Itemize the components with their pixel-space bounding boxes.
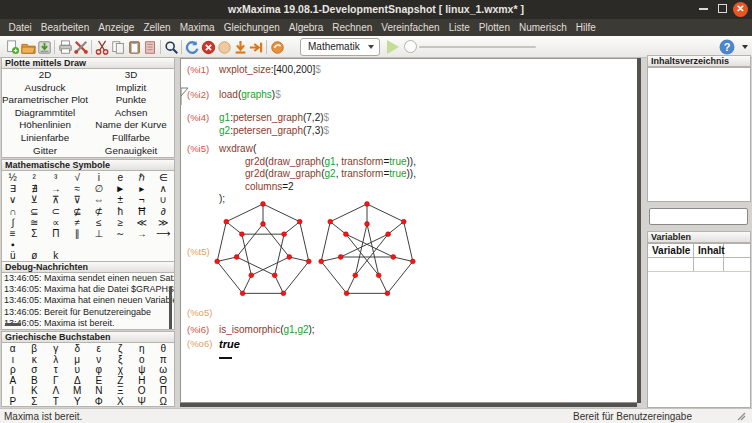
math-symbol[interactable]: ∄ [24,183,46,194]
menu-item[interactable]: Liste [444,22,474,33]
animation-slider-handle[interactable] [404,40,417,53]
draw-button[interactable]: Parametrischer Plot [2,94,88,107]
greek-letter[interactable]: Σ [24,397,46,407]
cell-body[interactable]: load(graphs)$ [219,89,281,102]
configure-icon[interactable] [74,40,89,55]
math-symbol[interactable]: ∅ [88,183,110,194]
math-symbol[interactable]: ∨ [2,194,24,205]
copy-icon[interactable] [111,40,126,55]
menu-item[interactable]: Datei [4,22,36,33]
math-symbol[interactable] [88,239,110,250]
math-symbol[interactable]: ∫ [2,217,24,228]
greek-letter[interactable]: θ [153,344,175,355]
math-symbol[interactable]: ³ [45,172,67,183]
evaluate-till-here-icon[interactable] [233,40,248,55]
code-line[interactable]: g1:petersen_graph(7,2)$ [219,112,329,125]
menu-item[interactable]: Anzeige [94,22,139,33]
greek-letter[interactable]: Τ [45,397,67,407]
math-symbol[interactable]: ⊄ [88,206,110,217]
animation-slider[interactable] [419,46,536,48]
math-symbol[interactable]: ∂ [153,206,175,217]
math-symbol[interactable]: i [88,172,110,183]
math-symbol[interactable]: ≠ [67,217,89,228]
math-symbol[interactable]: Ħ [131,206,153,217]
menu-item[interactable]: Numerisch [514,22,571,33]
math-symbol[interactable]: ► [110,183,132,194]
math-symbol[interactable]: ¬ [131,194,153,205]
math-symbol[interactable]: ≫ [153,217,175,228]
worksheet-cell[interactable] [187,353,637,359]
restart-icon[interactable] [185,40,200,55]
worksheet-cell[interactable]: (%i2)load(graphs)$ [187,89,637,102]
open-icon[interactable] [21,40,36,55]
evaluate-rest-icon[interactable] [249,40,264,55]
draw-button[interactable]: Implizit [88,82,174,95]
math-symbol[interactable]: Σ [24,228,46,239]
worksheet[interactable]: (%i1)wxplot_size:[400,200]$(%i2)load(gra… [180,58,637,403]
code-line[interactable]: g2:petersen_graph(7,3)$ [219,125,329,138]
math-symbol[interactable]: → [131,228,153,239]
toc-list[interactable] [647,67,751,202]
math-symbol[interactable]: ∼ [110,228,132,239]
mathematik-dropdown[interactable]: Mathematik [300,38,380,56]
math-symbol[interactable]: ≥ [110,217,132,228]
help-icon[interactable]: ? [719,39,735,55]
save-icon[interactable] [37,40,52,55]
math-symbol[interactable]: ∈ [153,172,175,183]
math-symbol[interactable] [131,239,153,250]
math-symbol[interactable]: √ [67,172,89,183]
math-symbol[interactable]: ⇔ [88,194,110,205]
code-line[interactable]: gr2d(draw_graph(g2, transform=true)), [219,168,416,181]
math-symbol[interactable]: ⟶ [153,228,175,239]
menu-item[interactable]: Rechnen [328,22,377,33]
cell-body[interactable]: wxdraw( gr2d(draw_graph(g1, transform=tr… [219,143,416,206]
math-symbol[interactable]: ⊻ [24,194,46,205]
greek-letter[interactable]: Ω [153,397,175,407]
find-icon[interactable] [164,40,179,55]
math-symbol[interactable]: ∩ [2,206,24,217]
menu-item[interactable]: Algebra [284,22,327,33]
draw-button[interactable]: Füllfarbe [88,132,174,145]
variables-empty-row[interactable] [648,258,750,272]
math-symbol[interactable]: ≅ [24,217,46,228]
draw-button[interactable]: Ausdruck [2,82,88,95]
code-line[interactable]: wxplot_size:[400,200]$ [219,64,321,77]
play-button[interactable] [387,40,399,54]
greek-letter[interactable]: α [2,344,24,355]
greek-letter[interactable]: Υ [67,397,89,407]
draw-button[interactable]: Achsen [88,107,174,120]
worksheet-cell[interactable]: (%i6)is_isomorphic(g1,g2); [187,324,637,337]
new-document-icon[interactable] [5,40,20,55]
math-symbol[interactable]: ⊥ [88,228,110,239]
math-symbol[interactable]: ℏ [131,172,153,183]
debug-horizontal-scrollbar[interactable] [5,323,21,326]
cell-body[interactable]: wxplot_size:[400,200]$ [219,64,321,77]
code-line[interactable]: true [219,338,240,352]
math-symbol[interactable]: ≤ [88,217,110,228]
greek-letter[interactable]: β [24,344,46,355]
draw-button[interactable]: Linienfarbe [2,132,88,145]
math-symbol[interactable]: ⊆ [24,206,46,217]
greek-letter[interactable]: Ψ [131,397,153,407]
draw-button[interactable]: Name der Kurve [88,119,174,132]
math-symbol[interactable] [24,239,46,250]
math-symbol[interactable]: ü [2,250,24,261]
interrupt-icon[interactable] [201,40,216,55]
math-symbol[interactable] [131,250,153,261]
cell-body[interactable]: g1:petersen_graph(7,2)$g2:petersen_graph… [219,112,329,137]
worksheet-cell[interactable]: (%o6)true [187,338,637,352]
greek-letter[interactable]: η [131,344,153,355]
worksheet-cell[interactable]: (%o5) [187,307,637,318]
draw-button[interactable]: Höhenlinien [2,119,88,132]
maximize-icon[interactable] [718,4,727,13]
cell-body[interactable] [219,353,232,359]
menu-item[interactable]: Gleichungen [219,22,284,33]
cell-body[interactable]: true [219,338,240,352]
draw-button[interactable]: Diagrammtitel [2,107,88,120]
minimize-icon[interactable] [699,8,708,10]
paste-icon[interactable] [127,40,142,55]
text-cursor[interactable] [219,357,232,359]
math-symbol[interactable]: ⊼ [45,194,67,205]
greek-letter[interactable]: ε [88,344,110,355]
math-symbol[interactable] [67,250,89,261]
